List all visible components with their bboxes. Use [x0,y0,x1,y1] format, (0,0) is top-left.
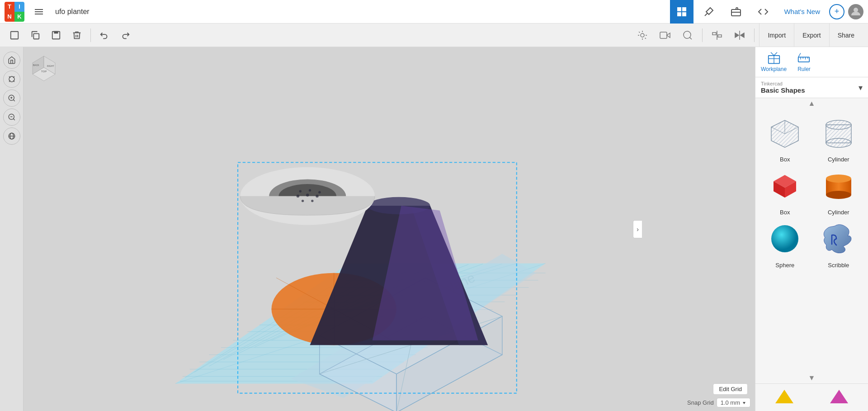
svg-line-14 [639,32,640,33]
ruler-tool[interactable]: Ruler [797,52,811,72]
perspective-button[interactable] [3,128,20,145]
shape-category[interactable]: Tinkercad Basic Shapes ▾ [755,77,868,98]
box-wire-svg [764,116,805,152]
svg-point-122 [826,138,851,147]
list-view-button[interactable] [30,3,48,21]
svg-rect-1 [682,7,686,11]
workplane-tool[interactable]: Workplane [761,52,787,72]
shape-item-box-wire[interactable]: Box [760,113,810,163]
svg-point-95 [297,194,299,197]
svg-point-19 [684,31,691,38]
cone-svg [828,387,850,406]
3d-scene[interactable]: workplane [24,47,755,411]
category-dropdown-arrow[interactable]: ▾ [859,83,863,93]
shape-item-sphere[interactable]: Sphere [760,219,810,269]
cylinder-wire-label: Cylinder [828,156,849,163]
cylinder-wire-thumb [816,113,861,154]
briefcase-icon [731,6,741,17]
new-button[interactable] [5,26,24,44]
grid-icon [676,6,687,17]
panel-toggle[interactable]: › [633,220,642,238]
canvas-area[interactable]: TOP BACK RIGHT [24,47,755,411]
lens-icon [682,30,693,41]
shape-item-cylinder-wire[interactable]: Cylinder [814,113,864,163]
briefcase-button[interactable] [724,0,748,24]
box-wire-label: Box [780,156,790,163]
mirror-icon [734,30,745,41]
svg-rect-3 [682,12,686,16]
shape-item-pyramid[interactable] [759,387,810,407]
cylinder-solid-thumb [816,166,861,207]
svg-point-128 [826,191,851,199]
shape-item-cylinder-solid[interactable]: Cylinder [814,166,864,216]
white-ring[interactable] [240,167,375,235]
svg-marker-130 [775,390,793,403]
sphere-label: Sphere [775,262,794,269]
scroll-down-button[interactable]: ▼ [755,373,868,383]
trash-icon [72,30,82,40]
box-wire-thumb [762,113,807,154]
snap-grid-value[interactable]: 1.0 mm [717,398,750,407]
sphere-svg [764,222,805,258]
edit-grid-button[interactable]: Edit Grid [713,383,748,395]
cylinder-wire-svg [818,116,859,152]
ruler-label: Ruler [797,66,811,72]
paste-button[interactable] [47,26,65,44]
home-icon [8,56,16,64]
shape-item-scribble[interactable]: Scribble [814,219,864,269]
scribble-thumb [816,219,861,260]
align-button[interactable] [707,28,727,43]
shape-item-box-solid[interactable]: Box [760,166,810,216]
scroll-up-button[interactable]: ▲ [755,98,868,109]
box-solid-thumb [762,166,807,207]
redo-button[interactable] [116,26,134,44]
toolbar-separator-1 [90,28,91,42]
shape-item-cone[interactable] [814,387,865,407]
zoom-out-icon [8,113,16,121]
zoom-in-button[interactable] [3,90,20,107]
hammer-icon [703,6,714,17]
build-button[interactable] [697,0,721,24]
snap-grid-arrow [742,401,746,405]
svg-point-96 [306,194,309,196]
home-view-button[interactable] [3,52,20,69]
share-button[interactable]: Share [829,24,863,47]
camera-button[interactable] [655,28,675,43]
mirror-button[interactable] [730,28,750,43]
zoom-out-button[interactable] [3,109,20,126]
whats-new-button[interactable]: What's New [778,5,826,18]
copy-button[interactable] [26,26,44,44]
delete-button[interactable] [68,26,86,44]
avatar-icon [850,6,861,17]
svg-rect-18 [660,32,667,38]
bottom-shapes-row [755,383,868,411]
light-button[interactable] [632,28,652,43]
box-solid-label: Box [780,209,790,216]
toolbar: Import Export Share [0,24,868,47]
shapes-grid: Box Cylinder [755,109,868,373]
user-avatar[interactable] [848,4,863,19]
toolbar-separator-3 [754,28,755,42]
logo-cell-i: I [14,2,24,12]
workplane-icon [768,52,780,64]
scribble-label: Scribble [828,262,849,269]
top-nav: T I N K ufo planter What's New [0,0,868,24]
import-button[interactable]: Import [759,24,794,47]
svg-point-100 [299,190,302,192]
left-controls [0,47,24,411]
category-prefix: Tinkercad [761,81,805,86]
svg-line-37 [13,118,14,120]
project-title: ufo planter [55,8,90,16]
code-button[interactable] [751,0,775,24]
lens-button[interactable] [678,28,698,43]
export-button[interactable]: Export [794,24,829,47]
snap-grid-bar: Snap Grid 1.0 mm [687,398,750,407]
grid-view-button[interactable] [670,0,693,24]
app-logo[interactable]: T I N K [5,2,24,22]
import-export-share: Import Export Share [759,24,863,47]
svg-line-33 [13,99,14,101]
undo-button[interactable] [95,26,113,44]
add-user-button[interactable]: + [829,4,844,19]
zoom-in-icon [8,94,16,102]
fit-view-button[interactable] [3,71,20,88]
